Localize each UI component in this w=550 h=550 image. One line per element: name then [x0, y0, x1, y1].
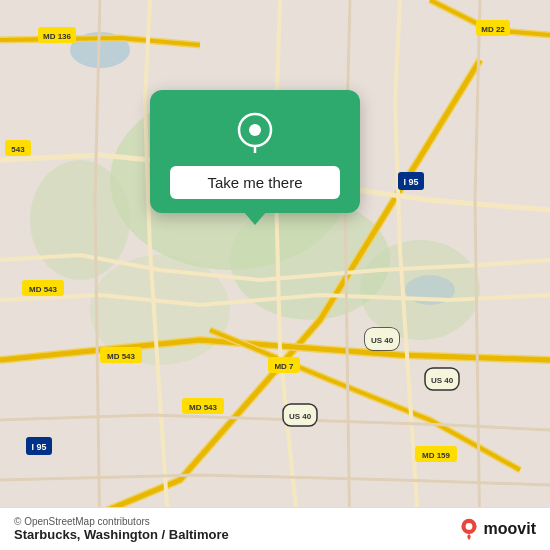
svg-text:MD 543: MD 543 — [29, 285, 58, 294]
attribution-text: © OpenStreetMap contributors — [14, 516, 229, 527]
svg-point-38 — [465, 523, 472, 530]
svg-text:I 95: I 95 — [403, 177, 418, 187]
svg-text:US 40: US 40 — [289, 412, 312, 421]
svg-text:I 95: I 95 — [31, 442, 46, 452]
popup-card: Take me there — [150, 90, 360, 213]
svg-text:543: 543 — [11, 145, 25, 154]
svg-text:US 40: US 40 — [371, 336, 394, 345]
map-svg: I 95 I 95 US 40 US 40 US 40 MD 136 MD 22… — [0, 0, 550, 550]
bottom-left-info: © OpenStreetMap contributors Starbucks, … — [14, 516, 229, 542]
svg-text:MD 543: MD 543 — [189, 403, 218, 412]
location-pin-icon — [231, 108, 279, 156]
take-me-there-button[interactable]: Take me there — [170, 166, 340, 199]
location-title: Starbucks, Washington / Baltimore — [14, 527, 229, 542]
bottom-bar: © OpenStreetMap contributors Starbucks, … — [0, 507, 550, 550]
svg-text:MD 22: MD 22 — [481, 25, 505, 34]
moovit-icon — [458, 518, 480, 540]
svg-text:MD 136: MD 136 — [43, 32, 72, 41]
svg-text:MD 543: MD 543 — [107, 352, 136, 361]
map-container: I 95 I 95 US 40 US 40 US 40 MD 136 MD 22… — [0, 0, 550, 550]
svg-text:MD 7: MD 7 — [274, 362, 294, 371]
svg-text:MD 159: MD 159 — [422, 451, 451, 460]
moovit-logo: moovit — [458, 518, 536, 540]
svg-point-35 — [249, 124, 261, 136]
moovit-text: moovit — [484, 520, 536, 538]
svg-text:US 40: US 40 — [431, 376, 454, 385]
